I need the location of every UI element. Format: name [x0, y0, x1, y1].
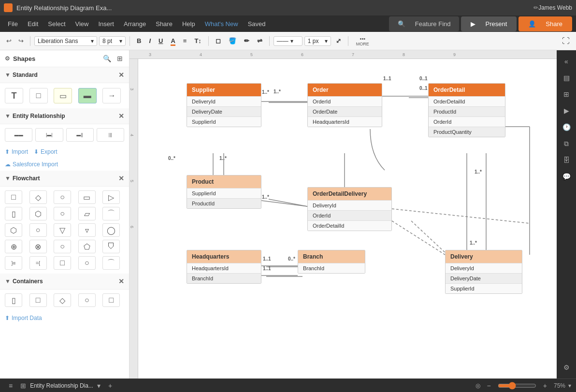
rect-shape[interactable]: □	[29, 88, 48, 103]
stroke-selector[interactable]: —— ▾	[274, 36, 302, 46]
feature-find-button[interactable]: 🔍 Feature Find	[389, 16, 460, 31]
containers-close-button[interactable]: ✕	[118, 277, 124, 285]
fc-rect3[interactable]: □	[54, 256, 71, 270]
fc-shield[interactable]: ⛉	[102, 240, 120, 253]
grid-view-button[interactable]: ⊞	[16, 381, 30, 391]
fc-pent[interactable]: ⬠	[78, 240, 96, 253]
more-button[interactable]: ••• MORE	[352, 34, 373, 48]
chat-button[interactable]: 💬	[559, 169, 574, 184]
arrow-shape[interactable]: →	[102, 88, 121, 103]
note-shape[interactable]: ▭	[54, 88, 72, 103]
menu-file[interactable]: File	[4, 18, 22, 29]
zoom-out-button[interactable]: −	[483, 381, 495, 391]
fc-circ[interactable]: ○	[54, 207, 71, 220]
fc-tri-down[interactable]: ▽	[54, 223, 71, 237]
add-diagram-button[interactable]: +	[104, 381, 116, 391]
menu-select[interactable]: Select	[44, 18, 69, 29]
video-button[interactable]: ▶	[559, 103, 574, 118]
fc-oval[interactable]: ○	[54, 190, 71, 204]
menu-whats-new[interactable]: What's New	[201, 18, 242, 29]
flowchart-close-button[interactable]: ✕	[118, 174, 124, 182]
fc-rect[interactable]: □	[5, 190, 22, 204]
menu-share[interactable]: Share	[152, 18, 176, 29]
text-shape[interactable]: T	[5, 88, 23, 103]
line-color-button[interactable]: ✏	[241, 36, 252, 46]
present-button[interactable]: ▶ Present	[461, 16, 517, 31]
er-close-button[interactable]: ✕	[118, 112, 124, 120]
fc-lines1[interactable]: }≡	[5, 256, 22, 270]
fc-tall[interactable]: ▯	[5, 207, 22, 220]
format-button[interactable]: ▤	[559, 71, 574, 85]
fc-diamond[interactable]: ◇	[29, 190, 47, 204]
er-shape-4[interactable]: |||	[97, 128, 124, 142]
clock-button[interactable]: 🕐	[559, 120, 574, 134]
edit-icon[interactable]: ✏	[533, 4, 538, 11]
fc-circle3[interactable]: ○	[54, 240, 71, 253]
fc-arrow[interactable]: ▷	[102, 190, 120, 204]
salesforce-import-button[interactable]: ☁ Salesforce Import	[5, 161, 58, 168]
standard-close-button[interactable]: ✕	[118, 71, 124, 79]
underline-button[interactable]: U	[156, 36, 166, 46]
er-shape-3[interactable]: ▬||	[66, 128, 94, 142]
font-color-button[interactable]: A	[168, 36, 178, 46]
menu-saved[interactable]: Saved	[244, 18, 270, 29]
connection-button[interactable]: ⇌	[254, 36, 265, 46]
chevron-down-diagram[interactable]: ▾	[93, 381, 104, 391]
er-shape-2[interactable]: |▬|	[35, 128, 63, 142]
text-align-button[interactable]: T↕	[191, 36, 204, 46]
transform-button[interactable]: ⤢	[333, 36, 344, 46]
font-selector[interactable]: Liberation Sans ▾	[34, 36, 97, 46]
share-button[interactable]: 👤 Share	[518, 16, 572, 31]
fullscreen-button[interactable]: ⛶	[560, 35, 572, 47]
entity-headquarters[interactable]: Headquarters HeadquartersId BranchId	[187, 250, 261, 284]
fc-hex[interactable]: ⬡	[29, 207, 47, 220]
grid-button[interactable]: ⊞	[559, 87, 574, 102]
import-data-row[interactable]: ⬆ Import Data	[0, 311, 129, 325]
export-button[interactable]: ⬇ Export	[34, 148, 58, 155]
zoom-in-button[interactable]: +	[539, 381, 551, 391]
fc-wave[interactable]: ⌒	[102, 207, 120, 220]
browse-shapes-button[interactable]: ⊞	[115, 53, 124, 64]
fc-lines2[interactable]: ={	[29, 256, 47, 270]
entity-orderdetail[interactable]: OrderDetail OrderDetailId ProductId Orde…	[428, 83, 505, 137]
fc-tri-inv[interactable]: ▿	[78, 223, 96, 237]
entity-branch[interactable]: Branch BranchId	[298, 250, 365, 274]
fc-x-circ[interactable]: ⊗	[29, 240, 47, 253]
settings-button[interactable]: ⚙	[559, 360, 574, 375]
entity-product[interactable]: Product SupplierId ProductId	[187, 175, 261, 209]
fc-para[interactable]: ▱	[78, 207, 96, 220]
canvas-area[interactable]: 3 4 5 6 7 8 9 3 4 5 6	[130, 50, 557, 378]
fill-button[interactable]: ◻	[213, 36, 224, 46]
list-view-button[interactable]: ≡	[5, 381, 16, 391]
fc-wave2[interactable]: ⌒	[102, 256, 120, 270]
layers-button[interactable]: ⧉	[559, 136, 574, 151]
fc-circ4[interactable]: ○	[78, 256, 96, 270]
fc-circle2[interactable]: ◯	[102, 223, 120, 237]
fc-rect2[interactable]: ▭	[78, 190, 96, 204]
import-button[interactable]: ⬆ Import	[5, 148, 28, 155]
cont-5[interactable]: □	[102, 293, 120, 307]
er-shape-1[interactable]: ▬▬	[5, 128, 32, 142]
bold-button[interactable]: B	[134, 36, 144, 46]
px-selector[interactable]: 1 px ▾	[304, 36, 331, 46]
color-shape[interactable]: ▬	[78, 88, 97, 103]
cont-3[interactable]: ◇	[54, 293, 71, 307]
entity-delivery[interactable]: Delivery DeliveryId DeliveryDate Supplie…	[445, 250, 522, 294]
menu-insert[interactable]: Insert	[94, 18, 118, 29]
database-button[interactable]: 🗄	[559, 153, 574, 167]
undo-button[interactable]: ↩	[4, 36, 14, 46]
fill-color-button[interactable]: 🪣	[226, 36, 239, 46]
fc-circ2[interactable]: ○	[29, 223, 47, 237]
menu-edit[interactable]: Edit	[24, 18, 42, 29]
size-selector[interactable]: 8 pt ▾	[99, 36, 126, 46]
cont-4[interactable]: ○	[78, 293, 96, 307]
zoom-slider[interactable]	[498, 382, 536, 390]
menu-help[interactable]: Help	[178, 18, 199, 29]
italic-button[interactable]: I	[146, 36, 154, 46]
entity-order[interactable]: Order OrderId OrderDate HeadquartersId	[307, 83, 382, 127]
menu-view[interactable]: View	[72, 18, 93, 29]
menu-arrange[interactable]: Arrange	[120, 18, 150, 29]
collapse-button[interactable]: «	[559, 54, 574, 69]
align-button[interactable]: ≡	[180, 36, 190, 46]
cont-2[interactable]: □	[29, 293, 47, 307]
